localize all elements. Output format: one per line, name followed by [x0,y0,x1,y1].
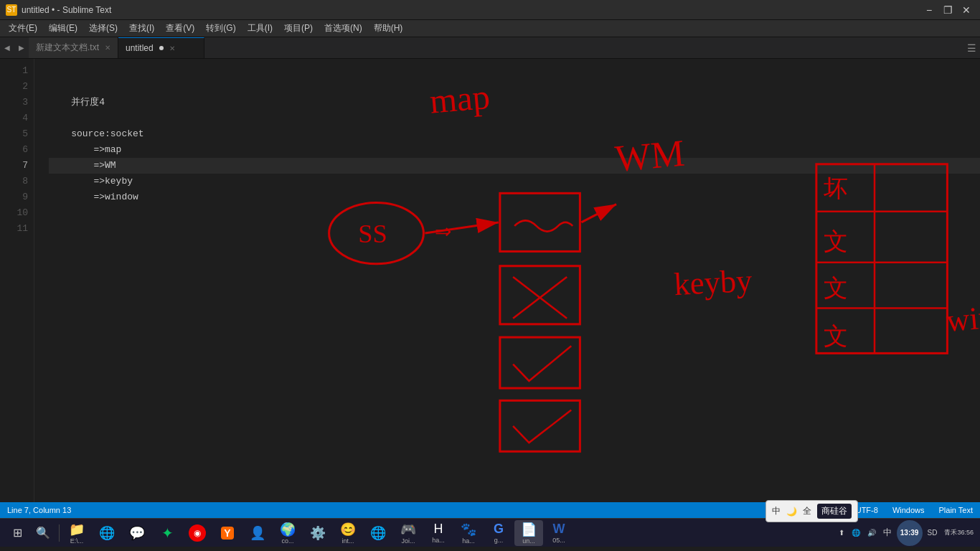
tab-txt-close[interactable]: ✕ [105,44,110,52]
svg-line-11 [513,277,567,319]
taskbar-apps: 📁 E:\... 🌐 💬 ✦ ◉ Y 👤 🌍 co... ⚙️ 😊 int... [62,520,834,546]
taskbar-chrome[interactable]: 🌐 [364,520,392,546]
tray-csdn[interactable]: SD [925,529,940,537]
taskbar: ⊞ 🔍 📁 E:\... 🌐 💬 ✦ ◉ Y 👤 🌍 co... ⚙️ [0,518,980,547]
menu-preferences[interactable]: 首选项(N) [319,21,368,36]
taskbar-g[interactable]: G g... [484,520,513,546]
taskbar-chat[interactable]: 💬 [123,520,151,546]
window-title: untitled • - Sublime Text [22,5,921,15]
line-num-5: 5 [0,126,28,142]
taskbar-separator [59,524,60,542]
code-line-7: =>WM [49,158,980,174]
menu-edit[interactable]: 编辑(E) [43,21,83,36]
menu-goto[interactable]: 转到(G) [200,21,241,36]
menu-bar: 文件(E) 编辑(E) 选择(S) 查找(I) 查看(V) 转到(G) 工具(I… [0,20,980,37]
svg-text:keyby: keyby [673,263,753,303]
tab-modified-indicator [159,46,164,50]
taskbar-int[interactable]: 😊 int... [334,520,362,546]
line-num-2: 2 [0,79,28,95]
clock-widget[interactable]: 13:39 [897,520,923,546]
svg-text:win: win [945,298,980,339]
tab-txt-label: 新建文本文档.txt [36,42,99,54]
taskbar-app8[interactable]: ⚙️ [303,520,332,546]
taskbar-sublime[interactable]: 📄 un... [514,520,543,546]
line-num-10: 10 [0,205,28,221]
menu-find[interactable]: 查找(I) [123,21,160,36]
taskbar-youdao[interactable]: Y [213,520,242,546]
menu-help[interactable]: 帮助(H) [368,21,409,36]
line-num-11: 11 [0,221,28,237]
ime-full-label[interactable]: 全 [803,505,811,517]
code-line-8: =>keyby [49,174,980,189]
taskbar-ha1[interactable]: H ha... [424,520,453,546]
ime-chinese-label[interactable]: 中 [772,505,781,517]
taskbar-ha2[interactable]: 🐾 ha... [454,520,483,546]
tab-spacer [204,37,963,58]
svg-rect-9 [500,266,580,324]
taskbar-word[interactable]: W 05... [545,520,573,546]
search-button[interactable]: 🔍 [30,520,56,546]
line-num-4: 4 [0,110,28,126]
line-num-1: 1 [0,63,28,79]
line-num-6: 6 [0,142,28,158]
code-editor[interactable]: 并行度4 source:socket =>map =>WM =>keyby =>… [34,59,980,502]
svg-text:文: 文 [824,322,848,349]
window-controls: − ❐ ✕ [921,2,974,18]
taskbar-explorer[interactable]: 📁 E:\... [62,520,91,546]
app-icon: ST [6,4,17,16]
taskbar-app6[interactable]: 👤 [243,520,272,546]
tab-untitled-label: untitled [126,43,154,53]
taskbar-codespark[interactable]: 🌍 co... [273,520,302,546]
tab-prev-button[interactable]: ◀ [0,37,14,58]
svg-text:文: 文 [824,274,848,301]
taskbar-browser[interactable]: 🌐 [93,520,121,546]
minimize-button[interactable]: − [921,2,937,18]
menu-project[interactable]: 项目(P) [278,21,319,36]
taskbar-joi[interactable]: 🎮 Joi... [394,520,423,546]
code-line-2 [49,79,980,95]
tray-date[interactable]: 青禾36:56 [942,528,976,537]
menu-selection[interactable]: 选择(S) [83,21,123,36]
code-line-5: source:socket [49,126,980,142]
tray-network[interactable]: 🌐 [849,529,862,537]
line-numbers: 1 2 3 4 5 6 7 8 9 10 11 [0,59,34,502]
maximize-button[interactable]: ❐ [940,2,956,18]
tab-untitled-close[interactable]: ✕ [169,44,175,52]
title-bar: ST untitled • - Sublime Text − ❐ ✕ [0,0,980,20]
tab-bar: ◀ ▶ 新建文本文档.txt ✕ untitled ✕ ☰ [0,37,980,59]
panel-menu-button[interactable]: ☰ [963,37,980,58]
editor-area: 1 2 3 4 5 6 7 8 9 10 11 并行度4 source:sock… [0,59,980,502]
clock-time: 13:39 [900,529,919,537]
status-encoding[interactable]: UTF-8 [856,506,878,514]
close-button[interactable]: ✕ [958,2,974,18]
system-tray: ⬆ 🌐 🔊 中 13:39 SD 青禾36:56 [837,520,976,546]
status-language[interactable]: Plain Text [939,506,974,514]
line-num-9: 9 [0,189,28,205]
line-num-7: 7 [0,158,28,174]
ime-moon-icon[interactable]: 🌙 [786,507,797,517]
menu-tools[interactable]: 工具(I) [242,21,278,36]
code-line-4 [49,110,980,126]
code-line-11 [49,221,980,237]
tray-ime[interactable]: 中 [881,527,894,539]
menu-view[interactable]: 查看(V) [160,21,200,36]
svg-rect-13 [500,400,580,451]
tab-untitled[interactable]: untitled ✕ [118,37,204,58]
taskbar-wechat[interactable]: ✦ [153,520,182,546]
line-num-8: 8 [0,174,28,189]
start-button[interactable]: ⊞ [4,520,30,546]
ime-app-label[interactable]: 商硅谷 [817,504,852,519]
ime-popup: 中 🌙 全 商硅谷 [765,500,858,522]
tab-next-button[interactable]: ▶ [14,37,29,58]
taskbar-app4[interactable]: ◉ [183,520,212,546]
svg-rect-12 [500,337,580,388]
svg-line-10 [513,277,567,319]
status-line-ending[interactable]: Windows [892,506,925,514]
status-line-col[interactable]: Line 7, Column 13 [7,506,71,514]
menu-file[interactable]: 文件(E) [3,21,43,36]
code-line-10 [49,205,980,221]
tray-expand[interactable]: ⬆ [837,529,847,537]
tray-volume[interactable]: 🔊 [865,529,878,537]
tab-txt-file[interactable]: 新建文本文档.txt ✕ [29,37,118,58]
code-line-1 [49,63,980,79]
